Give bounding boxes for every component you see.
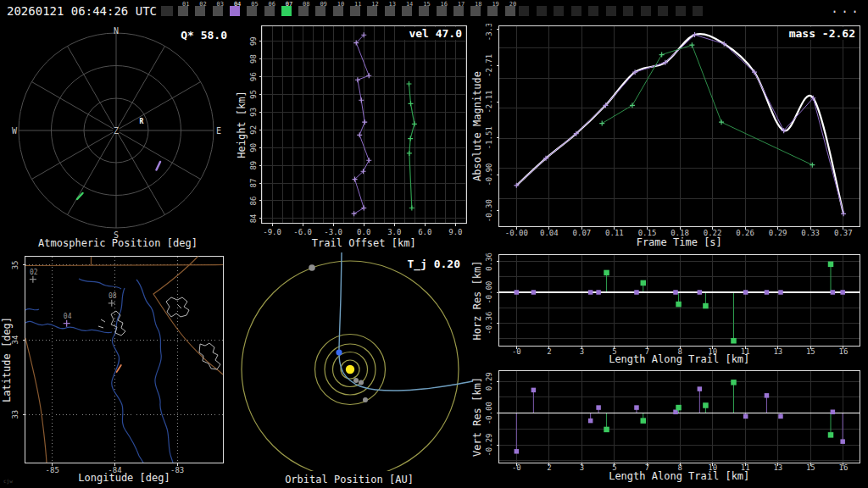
slot-number: 07	[286, 1, 292, 8]
map-ytick: 35	[11, 260, 19, 269]
sequence-slot-16[interactable]: 16	[437, 6, 447, 16]
station-04-label: 04	[64, 313, 72, 320]
vert_res-xtick: 15	[806, 463, 815, 472]
lightcurve-ylabel: Absolute Magnitude	[471, 71, 483, 181]
trail-ytick: 89	[249, 161, 258, 170]
station-02-label: 02	[30, 269, 38, 276]
sequence-slot-18[interactable]: 18	[470, 6, 481, 16]
lightcurve-xtick: 0.11	[605, 229, 624, 237]
sequence-slot-extra-6[interactable]	[606, 6, 616, 16]
sequence-slot-lead[interactable]	[161, 6, 173, 16]
lightcurve-ytick: -0.30	[486, 199, 494, 222]
trail-xtick: -6.0	[293, 228, 312, 236]
horz_res-ytick: 0.36	[486, 252, 494, 271]
slot-number: 09	[320, 1, 326, 8]
sequence-slot-20[interactable]: 20	[505, 6, 515, 16]
sequence-slot-06[interactable]: 06	[264, 6, 275, 16]
sequence-slot-09[interactable]: 09	[315, 6, 326, 16]
sequence-slot-extra-7[interactable]	[623, 6, 633, 16]
slot-number: 04	[234, 1, 241, 8]
sequence-slot-extra-11[interactable]	[693, 6, 703, 16]
slot-number: 12	[371, 1, 378, 8]
series-station-07	[406, 81, 416, 210]
sequence-slot-extra-4[interactable]	[571, 6, 581, 16]
map-grid	[25, 257, 224, 463]
sequence-slot-13[interactable]: 13	[385, 6, 395, 16]
lightcurve-xtick: 0.33	[801, 229, 820, 237]
trail-xtick: -3.0	[324, 228, 342, 236]
planet-dot-3	[363, 397, 368, 402]
trail-ylabel: Height [km]	[236, 91, 248, 158]
sequence-slot-14[interactable]: 14	[402, 6, 412, 16]
sequence-slot-01[interactable]: 01	[178, 6, 188, 16]
river	[25, 309, 39, 310]
lightcurve-xtick: 0.37	[834, 229, 853, 237]
station-08-marker	[108, 300, 115, 307]
sequence-slot-17[interactable]: 17	[453, 6, 464, 16]
horz_res-xtick: 15	[806, 347, 815, 356]
sequence-slot-11[interactable]: 11	[350, 6, 360, 16]
sequence-slot-extra-5[interactable]	[588, 6, 598, 16]
sequence-slot-02[interactable]: 02	[195, 6, 205, 16]
planet-dot-2	[359, 380, 364, 385]
map-xlabel: Longitude [deg]	[78, 472, 170, 484]
vert_res-ytick: -0.29	[486, 433, 494, 456]
lightcurve-xtick: 0.04	[540, 229, 559, 237]
sequence-slot-12[interactable]: 12	[367, 6, 377, 16]
cardinal-W: W	[12, 126, 18, 136]
horz_res-ytick: -0.36	[486, 312, 494, 335]
sequence-slot-extra-3[interactable]	[554, 6, 564, 16]
lightcurve-grid	[499, 26, 860, 227]
slot-number: 02	[199, 1, 206, 8]
trail-xtick: 6.0	[418, 228, 431, 236]
sequence-slot-03[interactable]: 03	[213, 6, 223, 16]
sequence-slot-extra-9[interactable]	[658, 6, 668, 16]
overflow-menu[interactable]: ...	[831, 1, 861, 16]
slot-number: 11	[354, 1, 361, 8]
lightcurve-xtick: 0.18	[670, 229, 689, 237]
slot-number: 06	[269, 1, 275, 8]
trail-ytick: 92	[249, 125, 258, 135]
sequence-slot-05[interactable]: 05	[247, 6, 257, 16]
lightcurve-xtick: 0.22	[704, 229, 722, 237]
horz_res-grid	[499, 255, 860, 347]
sequence-slot-04[interactable]: 04	[230, 6, 240, 16]
slot-number: 20	[509, 1, 516, 8]
lightcurve-xtick: 0.15	[638, 229, 657, 237]
state-border	[25, 265, 223, 266]
river	[136, 280, 173, 463]
sequence-slot-extra-10[interactable]	[676, 6, 686, 16]
map-xtick: -83	[170, 466, 184, 474]
slot-number: 13	[389, 1, 396, 8]
slot-number: 16	[441, 1, 448, 8]
lightcurve-xlabel: Frame Time [s]	[637, 236, 722, 248]
lightcurve-xtick: 0.26	[736, 229, 754, 237]
slot-number: 10	[337, 1, 344, 8]
sequence-slot-extra-1[interactable]	[519, 6, 529, 16]
sequence-slot-07[interactable]: 07	[281, 6, 292, 16]
trail-ytick: 87	[249, 179, 258, 188]
sequence-slot-15[interactable]: 15	[419, 6, 429, 16]
planet-dot-1	[353, 378, 359, 383]
lightcurve-xtick: 0.07	[573, 229, 592, 237]
series-station-07	[599, 42, 815, 168]
atmospheric-xlabel: Atmospheric Position [deg]	[38, 237, 198, 249]
trail-xtick: 0.0	[357, 228, 370, 236]
vert_res-xtick: 3	[580, 463, 584, 472]
trail-ytick: 93	[249, 108, 258, 117]
station-02-marker	[30, 276, 36, 283]
cardinal-E: E	[216, 126, 221, 136]
orbit-badge: T_j 0.20	[407, 258, 460, 271]
station-08-label: 08	[108, 292, 117, 300]
river	[112, 288, 143, 463]
horz_res-xtick: 2	[547, 347, 551, 356]
sequence-slot-extra-8[interactable]	[641, 6, 651, 16]
sequence-slot-extra-2[interactable]	[537, 6, 547, 16]
panel-vert_res: -02357810111315160.29-0.00-0.29Length Al…	[471, 371, 860, 483]
lightcurve-ytick: -2.11	[486, 90, 494, 113]
sequence-slot-10[interactable]: 10	[333, 6, 343, 16]
sequence-slot-08[interactable]: 08	[298, 6, 309, 16]
lightcurve-frame	[499, 26, 860, 227]
trail-xlabel: Trail Offset [km]	[312, 237, 416, 249]
sequence-slot-19[interactable]: 19	[487, 6, 498, 16]
